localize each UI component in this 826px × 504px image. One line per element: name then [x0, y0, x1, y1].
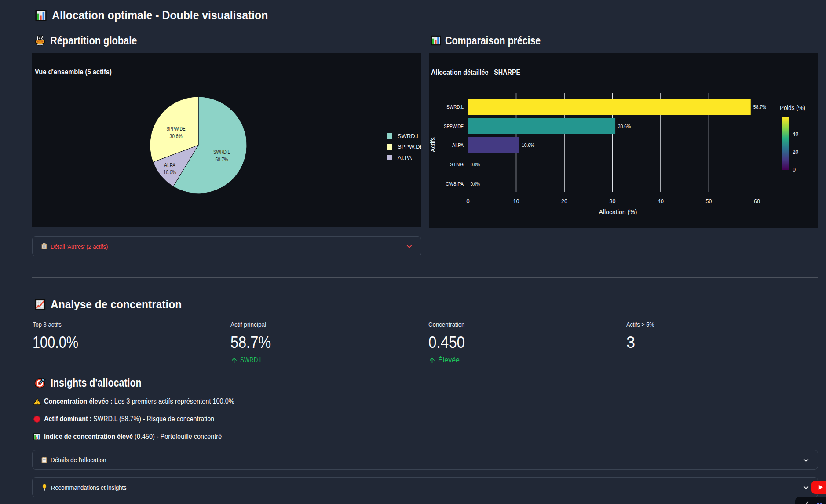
- svg-text:STNG: STNG: [450, 162, 464, 167]
- svg-text:Allocation (%): Allocation (%): [599, 208, 637, 215]
- svg-text:0.0%: 0.0%: [471, 181, 480, 186]
- svg-text:20: 20: [561, 198, 567, 205]
- svg-text:30.6%: 30.6%: [170, 133, 183, 139]
- svg-text:30.6%: 30.6%: [618, 124, 631, 129]
- svg-text:AI.PA: AI.PA: [164, 162, 175, 168]
- svg-text:Allocation détaillée - SHARPE: Allocation détaillée - SHARPE: [431, 68, 520, 77]
- svg-text:0: 0: [466, 198, 470, 205]
- svg-text:30: 30: [610, 198, 616, 205]
- svg-text:0.0%: 0.0%: [471, 162, 480, 167]
- svg-text:10.6%: 10.6%: [522, 142, 534, 148]
- svg-text:Actifs: Actifs: [429, 137, 436, 152]
- svg-text:Poids (%): Poids (%): [780, 104, 805, 111]
- svg-text:40: 40: [658, 198, 664, 205]
- svg-text:58.7%: 58.7%: [753, 104, 766, 110]
- svg-text:SPPW.DE: SPPW.DE: [167, 126, 186, 132]
- svg-text:10: 10: [513, 198, 519, 205]
- svg-text:60: 60: [754, 198, 760, 205]
- svg-text:58.7%: 58.7%: [216, 157, 228, 163]
- svg-text:40: 40: [793, 131, 798, 137]
- svg-text:SWRD.L: SWRD.L: [213, 149, 230, 155]
- svg-text:0: 0: [793, 166, 796, 173]
- svg-text:10.6%: 10.6%: [164, 169, 176, 175]
- svg-text:SPPW.DE: SPPW.DE: [444, 124, 464, 129]
- svg-text:50: 50: [706, 198, 712, 205]
- svg-text:AI.PA: AI.PA: [452, 142, 464, 148]
- svg-text:20: 20: [793, 149, 798, 155]
- svg-text:CW8.PA: CW8.PA: [446, 181, 464, 186]
- svg-text:SWRD.L: SWRD.L: [446, 104, 464, 110]
